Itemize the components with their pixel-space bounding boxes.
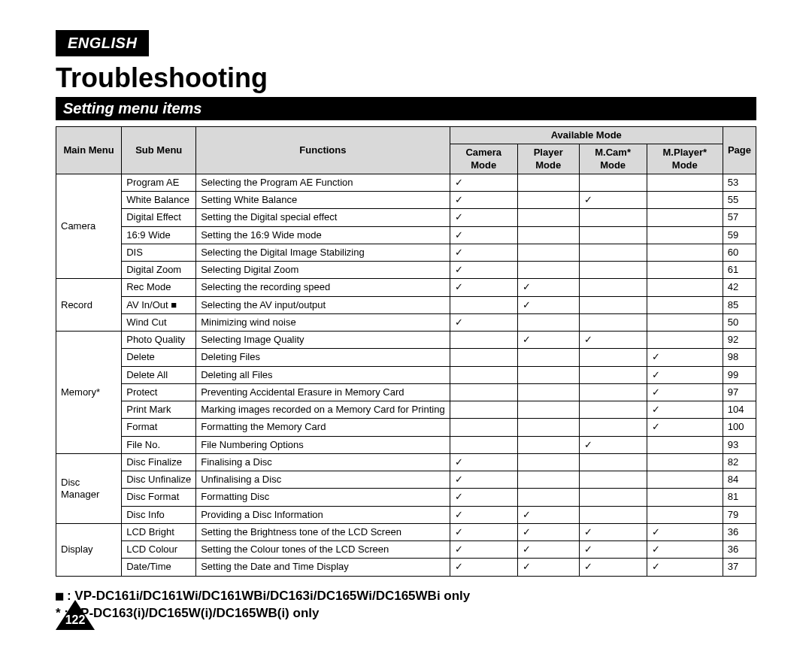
page-number: 122 bbox=[56, 613, 95, 627]
page-ref-cell: 100 bbox=[723, 419, 756, 436]
sub-menu-cell: AV In/Out ■ bbox=[122, 296, 196, 313]
functions-cell: Selecting the Digital Image Stabilizing bbox=[196, 244, 450, 261]
mode-cell bbox=[450, 296, 517, 313]
table-row: Delete AllDeleting all Files✓99 bbox=[56, 366, 756, 383]
footnote-1: : VP-DC161i/DC161Wi/DC161WBi/DC163i/DC16… bbox=[67, 589, 470, 603]
mode-cell: ✓ bbox=[579, 541, 647, 559]
mode-cell: ✓ bbox=[647, 349, 723, 366]
mode-cell: ✓ bbox=[450, 453, 517, 471]
mode-cell: ✓ bbox=[517, 332, 579, 349]
page-ref-cell: 59 bbox=[723, 226, 756, 244]
footnotes: ■ : VP-DC161i/DC161Wi/DC161WBi/DC163i/DC… bbox=[56, 587, 756, 623]
sub-menu-cell: Disc Info bbox=[122, 506, 196, 523]
mode-cell: ✓ bbox=[450, 174, 517, 191]
mode-cell bbox=[579, 349, 647, 366]
sub-menu-cell: 16:9 Wide bbox=[122, 226, 196, 244]
mode-cell: ✓ bbox=[450, 313, 517, 331]
functions-cell: Providing a Disc Information bbox=[196, 506, 450, 523]
sub-menu-cell: Delete All bbox=[122, 366, 196, 383]
page-ref-cell: 57 bbox=[723, 209, 756, 226]
mode-cell: ✓ bbox=[647, 401, 723, 419]
table-row: Disc InfoProviding a Disc Information✓✓7… bbox=[56, 506, 756, 523]
sub-menu-cell: Disc Finalize bbox=[122, 453, 196, 471]
mode-cell bbox=[579, 262, 647, 279]
mode-cell bbox=[579, 489, 647, 506]
table-row: CameraProgram AESelecting the Program AE… bbox=[56, 174, 756, 191]
th-page: Page bbox=[723, 127, 756, 174]
mode-cell bbox=[647, 489, 723, 506]
mode-cell bbox=[517, 349, 579, 366]
main-menu-cell: Disc Manager bbox=[56, 453, 122, 523]
sub-menu-cell: Rec Mode bbox=[122, 279, 196, 296]
mode-cell bbox=[579, 244, 647, 261]
th-sub-menu: Sub Menu bbox=[122, 127, 196, 174]
mode-cell: ✓ bbox=[517, 541, 579, 559]
page-ref-cell: 36 bbox=[723, 541, 756, 559]
page-ref-cell: 79 bbox=[723, 506, 756, 523]
th-mcam-mode: M.Cam* Mode bbox=[579, 144, 647, 174]
functions-cell: Selecting Digital Zoom bbox=[196, 262, 450, 279]
mode-cell: ✓ bbox=[450, 471, 517, 489]
mode-cell: ✓ bbox=[450, 506, 517, 523]
mode-cell: ✓ bbox=[517, 523, 579, 540]
functions-cell: File Numbering Options bbox=[196, 436, 450, 453]
table-row: White BalanceSetting White Balance✓✓55 bbox=[56, 192, 756, 209]
th-player-mode: Player Mode bbox=[517, 144, 579, 174]
mode-cell bbox=[517, 401, 579, 419]
mode-cell: ✓ bbox=[450, 262, 517, 279]
sub-menu-cell: Delete bbox=[122, 349, 196, 366]
table-row: AV In/Out ■Selecting the AV input/output… bbox=[56, 296, 756, 313]
table-row: FormatFormatting the Memory Card✓100 bbox=[56, 419, 756, 436]
th-main-menu: Main Menu bbox=[56, 127, 122, 174]
main-menu-cell: Record bbox=[56, 279, 122, 332]
page-ref-cell: 99 bbox=[723, 366, 756, 383]
functions-cell: Preventing Accidental Erasure in Memory … bbox=[196, 383, 450, 401]
mode-cell: ✓ bbox=[450, 559, 517, 576]
mode-cell: ✓ bbox=[647, 419, 723, 436]
mode-cell: ✓ bbox=[647, 383, 723, 401]
page-ref-cell: 60 bbox=[723, 244, 756, 261]
mode-cell bbox=[647, 244, 723, 261]
mode-cell: ✓ bbox=[579, 332, 647, 349]
table-row: Print MarkMarking images recorded on a M… bbox=[56, 401, 756, 419]
mode-cell: ✓ bbox=[579, 523, 647, 540]
functions-cell: Minimizing wind noise bbox=[196, 313, 450, 331]
page-ref-cell: 36 bbox=[723, 523, 756, 540]
table-row: Disc ManagerDisc FinalizeFinalising a Di… bbox=[56, 453, 756, 471]
mode-cell bbox=[450, 383, 517, 401]
main-menu-cell: Memory* bbox=[56, 332, 122, 454]
functions-cell: Deleting Files bbox=[196, 349, 450, 366]
page-title: Troubleshooting bbox=[56, 62, 756, 94]
functions-cell: Deleting all Files bbox=[196, 366, 450, 383]
mode-cell: ✓ bbox=[450, 244, 517, 261]
table-row: File No.File Numbering Options✓93 bbox=[56, 436, 756, 453]
table-row: LCD ColourSetting the Colour tones of th… bbox=[56, 541, 756, 559]
mode-cell: ✓ bbox=[647, 366, 723, 383]
functions-cell: Unfinalising a Disc bbox=[196, 471, 450, 489]
mode-cell bbox=[517, 436, 579, 453]
mode-cell bbox=[579, 471, 647, 489]
table-row: Disc FormatFormatting Disc✓81 bbox=[56, 489, 756, 506]
mode-cell bbox=[450, 436, 517, 453]
table-row: Disc UnfinalizeUnfinalising a Disc✓84 bbox=[56, 471, 756, 489]
sub-menu-cell: Digital Effect bbox=[122, 209, 196, 226]
mode-cell: ✓ bbox=[579, 559, 647, 576]
mode-cell bbox=[450, 366, 517, 383]
mode-cell bbox=[517, 226, 579, 244]
functions-cell: Selecting Image Quality bbox=[196, 332, 450, 349]
table-row: 16:9 WideSetting the 16:9 Wide mode✓59 bbox=[56, 226, 756, 244]
mode-cell bbox=[647, 332, 723, 349]
mode-cell bbox=[647, 209, 723, 226]
page-ref-cell: 53 bbox=[723, 174, 756, 191]
mode-cell: ✓ bbox=[517, 559, 579, 576]
mode-cell bbox=[517, 383, 579, 401]
functions-cell: Setting the Date and Time Display bbox=[196, 559, 450, 576]
th-camera-mode: Camera Mode bbox=[450, 144, 517, 174]
mode-cell bbox=[579, 313, 647, 331]
sub-menu-cell: White Balance bbox=[122, 192, 196, 209]
mode-cell bbox=[579, 506, 647, 523]
functions-cell: Selecting the recording speed bbox=[196, 279, 450, 296]
mode-cell bbox=[517, 262, 579, 279]
footnote-2: : VP-DC163(i)/DC165W(i)/DC165WB(i) only bbox=[64, 606, 319, 620]
mode-cell: ✓ bbox=[647, 523, 723, 540]
